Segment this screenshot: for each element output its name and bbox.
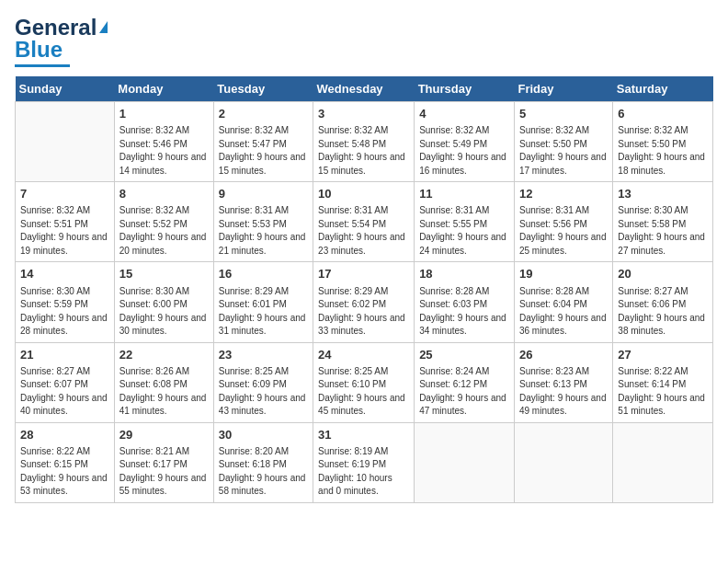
calendar-cell: 29Sunrise: 8:21 AMSunset: 6:17 PMDayligh…: [114, 422, 213, 502]
day-info: Sunrise: 8:28 AMSunset: 6:04 PMDaylight:…: [519, 285, 608, 339]
calendar-cell: 28Sunrise: 8:22 AMSunset: 6:15 PMDayligh…: [16, 422, 115, 502]
day-info: Sunrise: 8:28 AMSunset: 6:03 PMDaylight:…: [419, 285, 509, 339]
calendar-week-2: 7Sunrise: 8:32 AMSunset: 5:51 PMDaylight…: [16, 182, 713, 262]
day-number: 7: [20, 186, 109, 202]
day-number: 23: [219, 347, 308, 363]
page-header: General Blue: [15, 15, 713, 67]
day-info: Sunrise: 8:20 AMSunset: 6:18 PMDaylight:…: [219, 445, 308, 499]
calendar-cell: 30Sunrise: 8:20 AMSunset: 6:18 PMDayligh…: [213, 422, 313, 502]
day-number: 27: [618, 347, 708, 363]
day-number: 14: [20, 266, 109, 282]
day-number: 10: [318, 186, 409, 202]
day-info: Sunrise: 8:31 AMSunset: 5:55 PMDaylight:…: [419, 204, 509, 258]
day-number: 29: [119, 427, 209, 443]
day-number: 1: [119, 106, 209, 122]
calendar-week-1: 1Sunrise: 8:32 AMSunset: 5:46 PMDaylight…: [16, 102, 713, 182]
calendar-cell: 31Sunrise: 8:19 AMSunset: 6:19 PMDayligh…: [313, 422, 415, 502]
calendar-cell: 15Sunrise: 8:30 AMSunset: 6:00 PMDayligh…: [114, 262, 213, 342]
calendar-cell: 21Sunrise: 8:27 AMSunset: 6:07 PMDayligh…: [16, 342, 115, 422]
day-number: 11: [419, 186, 509, 202]
calendar-cell: [16, 102, 115, 182]
day-number: 22: [119, 347, 209, 363]
day-info: Sunrise: 8:29 AMSunset: 6:01 PMDaylight:…: [219, 285, 308, 339]
calendar-cell: 13Sunrise: 8:30 AMSunset: 5:58 PMDayligh…: [613, 182, 713, 262]
calendar-cell: 19Sunrise: 8:28 AMSunset: 6:04 PMDayligh…: [514, 262, 612, 342]
logo-blue: Blue: [15, 37, 63, 63]
col-header-tuesday: Tuesday: [213, 76, 313, 102]
logo-triangle-icon: [99, 21, 108, 33]
calendar-cell: [613, 422, 713, 502]
calendar-cell: 2Sunrise: 8:32 AMSunset: 5:47 PMDaylight…: [213, 102, 313, 182]
day-info: Sunrise: 8:22 AMSunset: 6:15 PMDaylight:…: [20, 445, 109, 499]
calendar-cell: 11Sunrise: 8:31 AMSunset: 5:55 PMDayligh…: [415, 182, 515, 262]
calendar-cell: 20Sunrise: 8:27 AMSunset: 6:06 PMDayligh…: [613, 262, 713, 342]
day-number: 21: [20, 347, 109, 363]
col-header-thursday: Thursday: [415, 76, 515, 102]
day-number: 13: [618, 186, 708, 202]
day-info: Sunrise: 8:30 AMSunset: 5:59 PMDaylight:…: [20, 285, 109, 339]
day-number: 2: [219, 106, 308, 122]
day-number: 28: [20, 427, 109, 443]
day-number: 6: [618, 106, 708, 122]
calendar-cell: 4Sunrise: 8:32 AMSunset: 5:49 PMDaylight…: [415, 102, 515, 182]
day-number: 12: [519, 186, 608, 202]
day-info: Sunrise: 8:32 AMSunset: 5:52 PMDaylight:…: [119, 204, 209, 258]
day-number: 30: [219, 427, 308, 443]
calendar-table: SundayMondayTuesdayWednesdayThursdayFrid…: [15, 76, 713, 503]
calendar-week-5: 28Sunrise: 8:22 AMSunset: 6:15 PMDayligh…: [16, 422, 713, 502]
calendar-cell: 24Sunrise: 8:25 AMSunset: 6:10 PMDayligh…: [313, 342, 415, 422]
day-number: 16: [219, 266, 308, 282]
col-header-sunday: Sunday: [16, 76, 115, 102]
day-info: Sunrise: 8:19 AMSunset: 6:19 PMDaylight:…: [318, 445, 409, 499]
calendar-cell: 8Sunrise: 8:32 AMSunset: 5:52 PMDaylight…: [114, 182, 213, 262]
calendar-cell: 12Sunrise: 8:31 AMSunset: 5:56 PMDayligh…: [514, 182, 612, 262]
day-info: Sunrise: 8:32 AMSunset: 5:51 PMDaylight:…: [20, 204, 109, 258]
day-info: Sunrise: 8:25 AMSunset: 6:10 PMDaylight:…: [318, 365, 409, 419]
calendar-cell: 10Sunrise: 8:31 AMSunset: 5:54 PMDayligh…: [313, 182, 415, 262]
day-info: Sunrise: 8:32 AMSunset: 5:46 PMDaylight:…: [119, 124, 209, 178]
day-number: 5: [519, 106, 608, 122]
col-header-friday: Friday: [514, 76, 612, 102]
day-number: 24: [318, 347, 409, 363]
calendar-cell: 9Sunrise: 8:31 AMSunset: 5:53 PMDaylight…: [213, 182, 313, 262]
day-info: Sunrise: 8:31 AMSunset: 5:56 PMDaylight:…: [519, 204, 608, 258]
day-info: Sunrise: 8:27 AMSunset: 6:06 PMDaylight:…: [618, 285, 708, 339]
day-info: Sunrise: 8:29 AMSunset: 6:02 PMDaylight:…: [318, 285, 409, 339]
day-info: Sunrise: 8:26 AMSunset: 6:08 PMDaylight:…: [119, 365, 209, 419]
day-info: Sunrise: 8:25 AMSunset: 6:09 PMDaylight:…: [219, 365, 308, 419]
calendar-cell: 27Sunrise: 8:22 AMSunset: 6:14 PMDayligh…: [613, 342, 713, 422]
calendar-cell: 17Sunrise: 8:29 AMSunset: 6:02 PMDayligh…: [313, 262, 415, 342]
day-number: 25: [419, 347, 509, 363]
calendar-week-4: 21Sunrise: 8:27 AMSunset: 6:07 PMDayligh…: [16, 342, 713, 422]
calendar-cell: [415, 422, 515, 502]
day-info: Sunrise: 8:32 AMSunset: 5:50 PMDaylight:…: [519, 124, 608, 178]
day-number: 15: [119, 266, 209, 282]
day-info: Sunrise: 8:32 AMSunset: 5:48 PMDaylight:…: [318, 124, 409, 178]
day-number: 19: [519, 266, 608, 282]
day-info: Sunrise: 8:21 AMSunset: 6:17 PMDaylight:…: [119, 445, 209, 499]
calendar-cell: 5Sunrise: 8:32 AMSunset: 5:50 PMDaylight…: [514, 102, 612, 182]
calendar-cell: 3Sunrise: 8:32 AMSunset: 5:48 PMDaylight…: [313, 102, 415, 182]
calendar-cell: 26Sunrise: 8:23 AMSunset: 6:13 PMDayligh…: [514, 342, 612, 422]
logo-underline: [15, 64, 70, 67]
day-info: Sunrise: 8:30 AMSunset: 5:58 PMDaylight:…: [618, 204, 708, 258]
calendar-cell: 14Sunrise: 8:30 AMSunset: 5:59 PMDayligh…: [16, 262, 115, 342]
calendar-cell: 7Sunrise: 8:32 AMSunset: 5:51 PMDaylight…: [16, 182, 115, 262]
day-info: Sunrise: 8:30 AMSunset: 6:00 PMDaylight:…: [119, 285, 209, 339]
calendar-cell: [514, 422, 612, 502]
col-header-saturday: Saturday: [613, 76, 713, 102]
logo: General Blue: [15, 15, 108, 67]
calendar-cell: 23Sunrise: 8:25 AMSunset: 6:09 PMDayligh…: [213, 342, 313, 422]
calendar-week-3: 14Sunrise: 8:30 AMSunset: 5:59 PMDayligh…: [16, 262, 713, 342]
day-info: Sunrise: 8:23 AMSunset: 6:13 PMDaylight:…: [519, 365, 608, 419]
day-info: Sunrise: 8:27 AMSunset: 6:07 PMDaylight:…: [20, 365, 109, 419]
col-header-monday: Monday: [114, 76, 213, 102]
day-number: 18: [419, 266, 509, 282]
day-info: Sunrise: 8:32 AMSunset: 5:49 PMDaylight:…: [419, 124, 509, 178]
day-info: Sunrise: 8:24 AMSunset: 6:12 PMDaylight:…: [419, 365, 509, 419]
day-number: 17: [318, 266, 409, 282]
day-info: Sunrise: 8:22 AMSunset: 6:14 PMDaylight:…: [618, 365, 708, 419]
col-header-wednesday: Wednesday: [313, 76, 415, 102]
day-number: 3: [318, 106, 409, 122]
calendar-cell: 6Sunrise: 8:32 AMSunset: 5:50 PMDaylight…: [613, 102, 713, 182]
